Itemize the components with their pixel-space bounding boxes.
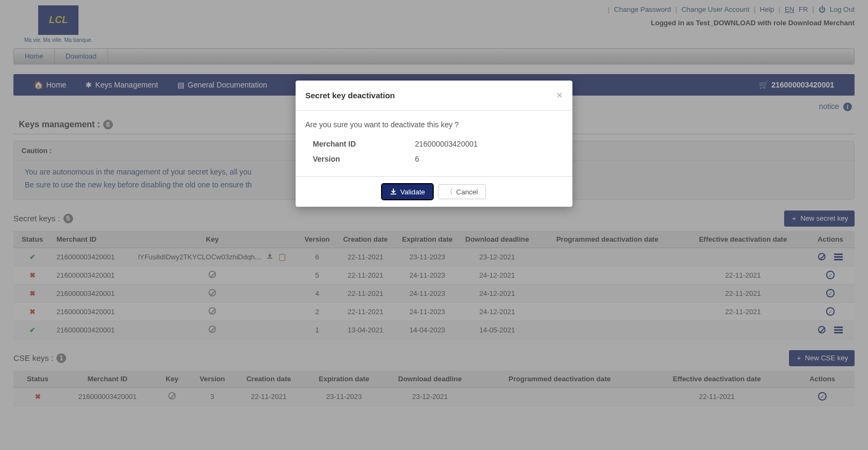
- modal-overlay: Secret key deactivation × Are you sure y…: [0, 0, 868, 450]
- download-icon: [390, 188, 397, 195]
- close-icon[interactable]: ×: [556, 89, 563, 101]
- modal-version-value: 6: [415, 155, 419, 163]
- modal-merchant-value: 216000003420001: [415, 140, 478, 148]
- modal-merchant-label: Merchant ID: [313, 140, 415, 148]
- deactivation-modal: Secret key deactivation × Are you sure y…: [296, 81, 572, 207]
- modal-title: Secret key deactivation: [305, 91, 395, 100]
- modal-question: Are you sure you want to deactivate this…: [305, 120, 563, 129]
- cancel-button[interactable]: 〈 Cancel: [438, 184, 486, 199]
- validate-button[interactable]: Validate: [382, 184, 433, 199]
- chevron-left-icon: 〈: [446, 187, 453, 197]
- modal-version-label: Version: [313, 155, 415, 163]
